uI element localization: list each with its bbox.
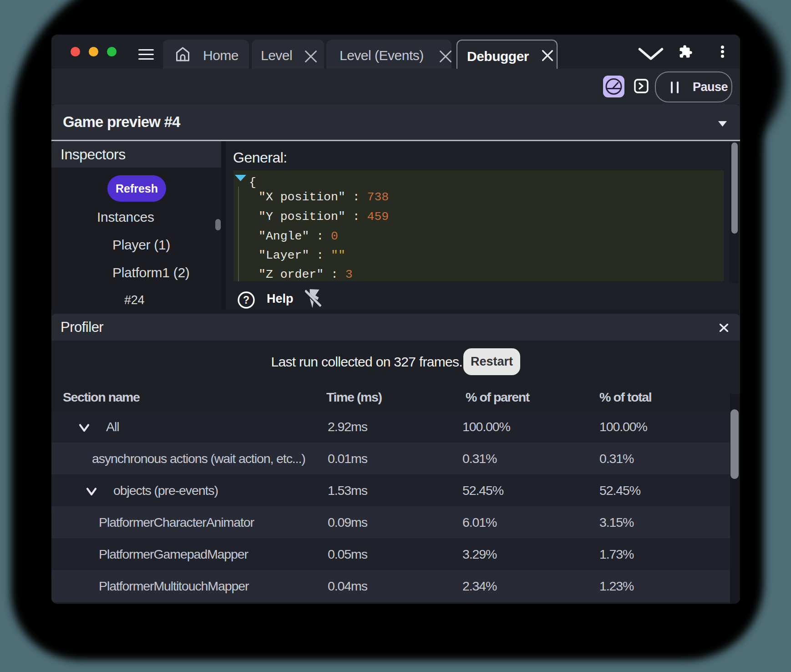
svg-text:?: ? bbox=[243, 294, 249, 306]
